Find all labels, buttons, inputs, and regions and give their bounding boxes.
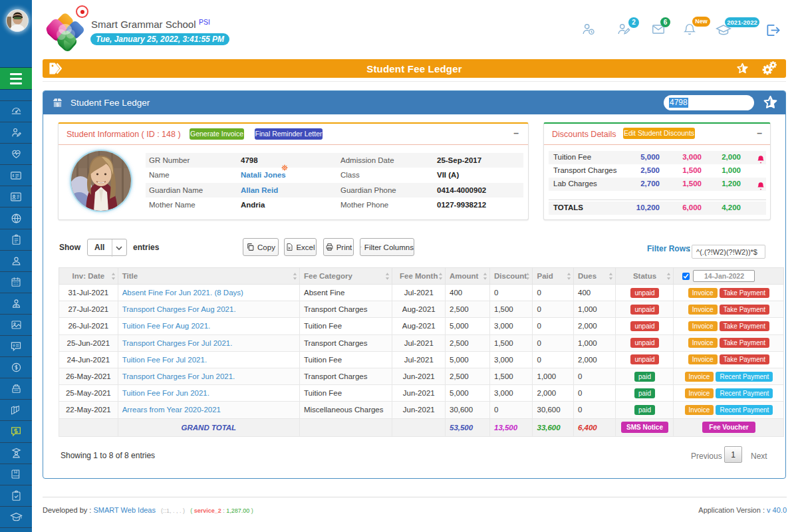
svg-text:$: $ xyxy=(57,102,59,108)
